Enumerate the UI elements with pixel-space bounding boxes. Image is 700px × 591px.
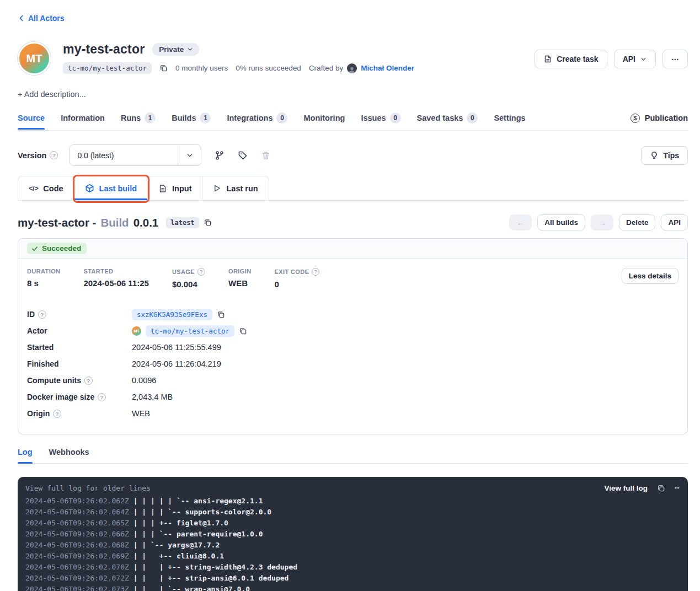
tab-integrations[interactable]: Integrations0 <box>227 112 287 130</box>
build-id-badge[interactable]: sxzKGK5A93Se9FExs <box>132 309 212 320</box>
delete-build-button[interactable]: Delete <box>619 214 656 230</box>
tab-webhooks[interactable]: Webhooks <box>49 448 89 463</box>
less-details-button[interactable]: Less details <box>622 268 678 284</box>
help-icon[interactable]: ? <box>38 310 46 319</box>
visibility-dropdown[interactable]: Private <box>152 43 199 56</box>
api-label: API <box>623 55 635 63</box>
detail-row-actor: Actor MT tc-mo/my-test-actor <box>27 323 678 339</box>
add-description-button[interactable]: + Add description... <box>18 90 86 99</box>
builds-count-badge: 1 <box>200 112 211 123</box>
build-title-version: 0.0.1 <box>133 216 159 229</box>
monthly-users-stat: 0 monthly users <box>175 64 228 72</box>
tab-information[interactable]: Information <box>61 114 105 129</box>
main-tabbar: Source Information Runs1 Builds1 Integra… <box>18 112 688 131</box>
tab-builds[interactable]: Builds1 <box>172 112 211 130</box>
delete-version-icon <box>261 151 271 160</box>
log-line: 2024-05-06T09:26:02.065Z | | | +-- figle… <box>25 518 680 529</box>
copy-build-icon[interactable] <box>204 218 212 227</box>
document-icon <box>543 55 552 63</box>
subtab-last-build[interactable]: Last build <box>74 176 148 200</box>
runs-count-badge: 1 <box>145 112 156 123</box>
package-box-icon <box>85 184 94 193</box>
build-stats-row: DURATION 8 s STARTED 2024-05-06 11:25 US… <box>18 259 687 297</box>
version-select-value: 0.0 (latest) <box>70 151 178 160</box>
detail-row-origin: Origin? WEB <box>27 405 678 422</box>
actor-avatar: MT <box>18 42 51 75</box>
tag-icon[interactable] <box>238 151 248 160</box>
actor-slug-badge[interactable]: tc-mo/my-test-actor <box>63 62 152 74</box>
tab-log[interactable]: Log <box>18 448 33 463</box>
build-detail-card: Succeeded DURATION 8 s STARTED 2024-05-0… <box>18 238 688 434</box>
author-avatar <box>347 63 357 73</box>
view-older-lines-link[interactable]: View full log for older lines <box>25 484 151 492</box>
chevron-down-icon <box>640 56 647 63</box>
view-full-log-button[interactable]: View full log <box>604 484 648 492</box>
help-icon[interactable]: ? <box>312 268 319 276</box>
version-label: Version <box>18 151 46 160</box>
more-actions-button[interactable]: ⋯ <box>662 50 688 68</box>
tips-button[interactable]: Tips <box>641 146 688 165</box>
tab-saved-tasks[interactable]: Saved tasks0 <box>417 112 478 130</box>
api-dropdown-button[interactable]: API <box>614 50 656 68</box>
subtab-code[interactable]: </> Code <box>18 176 74 200</box>
detail-row-compute-units: Compute units? 0.0096 <box>27 372 678 389</box>
runs-succeeded-stat: 0% runs succeeded <box>236 64 301 72</box>
issues-count-badge: 0 <box>390 112 401 123</box>
document-icon <box>158 184 167 193</box>
help-icon[interactable]: ? <box>98 393 106 401</box>
tab-issues[interactable]: Issues0 <box>361 112 400 130</box>
latest-badge: latest <box>166 217 199 228</box>
next-build-button: → <box>591 214 613 230</box>
page-title: my-test-actor <box>63 42 145 57</box>
actor-link-badge[interactable]: tc-mo/my-test-actor <box>146 325 234 337</box>
log-tabbar: Log Webhooks <box>18 448 688 464</box>
detail-row-docker-image-size: Docker image size? 2,043.4 MB <box>27 389 678 405</box>
log-line: 2024-05-06T09:26:02.073Z | | | `-- wrap-… <box>25 584 680 591</box>
help-icon[interactable]: ? <box>53 410 61 418</box>
tab-source[interactable]: Source <box>18 114 45 129</box>
subtab-last-run[interactable]: Last run <box>202 176 268 200</box>
build-title-word: Build <box>100 216 129 229</box>
actor-build-page: All Actors MT my-test-actor Private tc-m… <box>0 0 700 591</box>
author-link[interactable]: Michał Olender <box>361 64 414 72</box>
copy-id-icon[interactable] <box>217 310 225 319</box>
help-icon[interactable]: ? <box>197 268 205 276</box>
all-builds-button[interactable]: All builds <box>537 214 585 230</box>
ellipsis-icon: ⋯ <box>671 55 679 63</box>
detail-row-started: Started 2024-05-06 11:25:55.499 <box>27 339 678 356</box>
tab-monitoring[interactable]: Monitoring <box>303 114 345 129</box>
build-log-panel: View full log for older lines View full … <box>18 477 688 591</box>
crafted-by-label: Crafted by <box>309 64 343 72</box>
back-to-all-actors-link[interactable]: All Actors <box>18 14 65 23</box>
saved-tasks-count-badge: 0 <box>467 112 478 123</box>
visibility-label: Private <box>159 45 184 53</box>
stat-duration: DURATION 8 s <box>27 268 60 288</box>
actor-header: MT my-test-actor Private tc-mo/my-test-a… <box>18 42 688 75</box>
help-icon[interactable]: ? <box>84 377 93 385</box>
chevron-left-icon <box>18 14 25 22</box>
build-title-actor: my-test-actor - <box>18 216 96 229</box>
tab-settings[interactable]: Settings <box>494 114 525 129</box>
code-icon: </> <box>29 184 38 192</box>
log-line: 2024-05-06T09:26:02.069Z | | +-- cliui@8… <box>25 551 680 562</box>
copy-actor-icon[interactable] <box>239 327 247 335</box>
tab-runs[interactable]: Runs1 <box>121 112 156 130</box>
git-branch-icon[interactable] <box>215 151 225 160</box>
log-line: 2024-05-06T09:26:02.072Z | | | +-- strip… <box>25 573 680 584</box>
log-line: 2024-05-06T09:26:02.064Z | | | | `-- sup… <box>25 507 680 518</box>
create-task-label: Create task <box>557 55 599 63</box>
publication-link[interactable]: $ Publication <box>630 114 688 130</box>
build-api-button[interactable]: API <box>661 214 688 230</box>
copy-log-icon[interactable] <box>657 484 665 492</box>
detail-row-finished: Finished 2024-05-06 11:26:04.219 <box>27 356 678 372</box>
stat-usage: USAGE? $0.004 <box>172 268 205 289</box>
subtab-input[interactable]: Input <box>148 176 202 200</box>
version-select[interactable]: 0.0 (latest) <box>69 144 201 166</box>
log-more-menu-icon[interactable]: ⋯ <box>675 483 680 493</box>
copy-slug-icon[interactable] <box>159 64 168 72</box>
log-line: 2024-05-06T09:26:02.068Z | | `-- yargs@1… <box>25 540 680 551</box>
help-icon[interactable]: ? <box>50 151 58 159</box>
create-task-button[interactable]: Create task <box>535 50 607 68</box>
tips-label: Tips <box>663 151 679 160</box>
stat-exit-code: EXIT CODE? 0 <box>275 268 320 289</box>
